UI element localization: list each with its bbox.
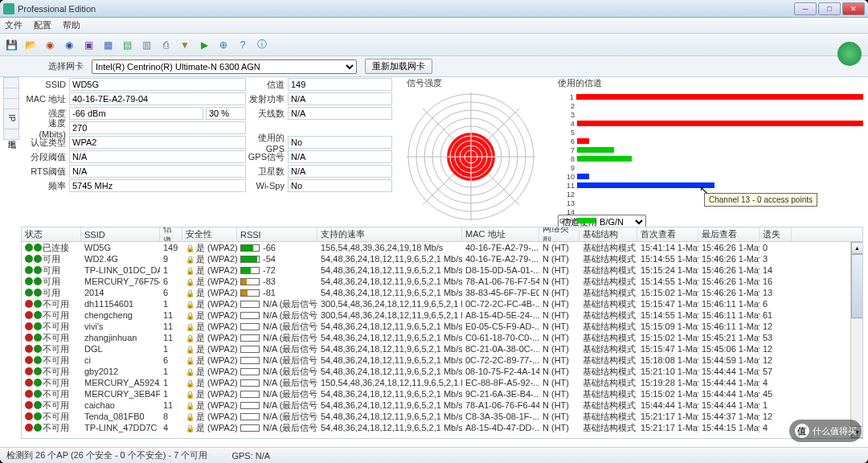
col-网络类型[interactable]: 网络类型	[539, 227, 579, 241]
info-label: 使用的GPS	[248, 132, 288, 154]
info-label: Wi-Spy	[248, 181, 288, 191]
scroll-thumb[interactable]	[851, 254, 863, 318]
info-value: No	[288, 136, 392, 149]
table-row[interactable]: 不可用Tenda_081FB08🔒是 (WPA2)N/A (最后信号 -86)5…	[22, 411, 862, 422]
menu-文件[interactable]: 文件	[5, 19, 23, 31]
globe-icon	[837, 42, 862, 66]
tab-图形[interactable]: 图形	[3, 98, 19, 109]
table-row[interactable]: 不可用vivi's11🔒是 (WPA2)N/A (最后信号 -82)54,48,…	[22, 321, 862, 332]
info-label: 天线数	[248, 108, 288, 120]
adapter-row: 选择网卡 Intel(R) Centrino(R) Ultimate-N 630…	[0, 56, 868, 77]
col-RSSI[interactable]: RSSI	[237, 227, 317, 241]
col-安全性[interactable]: 安全性	[182, 227, 237, 241]
col-状态[interactable]: 状态	[22, 227, 81, 241]
scrollbar[interactable]: ▲ ▼	[850, 242, 862, 438]
col-基础结构[interactable]: 基础结构	[579, 227, 637, 241]
table-row[interactable]: 不可用MERCURY_A5924A1🔒是 (WPA2)N/A (最后信号 -83…	[22, 377, 862, 388]
status-ap: 检测到 26 个AP (26 个安全 - 0 个不安全) - 7 个可用	[6, 449, 207, 461]
col-SSID[interactable]: SSID	[81, 227, 160, 241]
status-dot-icon	[25, 412, 33, 420]
table-row[interactable]: 不可用caichao11🔒是 (WPA2)N/A (最后信号 -84)54,48…	[22, 399, 862, 411]
table-row[interactable]: 不可用MERCURY_3EB4FA1🔒是 (WPA2)N/A (最后信号 -80…	[22, 388, 862, 399]
reload-button[interactable]: 重新加载网卡	[365, 59, 432, 74]
table-row[interactable]: 可用WD2.4G9🔒是 (WPA2)-5454,48,36,24,18,12,1…	[22, 253, 862, 264]
save-icon[interactable]: 💾	[3, 37, 19, 53]
table-row[interactable]: 不可用ci6🔒是 (WPA2)N/A (最后信号 -81)54,48,36,24…	[22, 354, 862, 366]
menu-配置[interactable]: 配置	[34, 19, 51, 31]
menu-帮助[interactable]: 帮助	[63, 19, 80, 31]
info-value: N/A	[69, 150, 246, 163]
radar1-icon[interactable]: ◉	[42, 37, 58, 53]
open-icon[interactable]: 📂	[23, 37, 39, 53]
status-dot-icon	[25, 277, 33, 285]
table-row[interactable]: 可用MERCURY_76F7546🔒是 (WPA2)-8354,48,36,24…	[22, 276, 862, 287]
export-icon[interactable]: ▥	[138, 37, 154, 53]
tab-数据[interactable]: 数据	[3, 77, 19, 88]
close-button[interactable]: ✕	[842, 2, 865, 15]
col-首次查看[interactable]: 首次查看	[637, 227, 698, 241]
tab-统计[interactable]: 统计	[3, 88, 19, 99]
maximize-button[interactable]: □	[818, 2, 841, 15]
status-dot-icon	[25, 334, 33, 342]
lock-icon: 🔒	[186, 391, 194, 399]
lock-icon: 🔒	[186, 379, 194, 387]
lock-icon: 🔒	[186, 312, 194, 320]
help-icon[interactable]: ?	[235, 37, 251, 53]
play-icon[interactable]: ▶	[196, 37, 212, 53]
col-遗失[interactable]: 遗失	[760, 227, 792, 241]
adapter-select[interactable]: Intel(R) Centrino(R) Ultimate-N 6300 AGN	[92, 59, 357, 74]
table-row[interactable]: 不可用dh111546011🔒是 (WPA2)N/A (最后信号 -83)300…	[22, 298, 862, 309]
radar-title: 信号强度	[407, 77, 543, 89]
channel-title: 使用的信道	[558, 77, 863, 89]
col-支持的速率[interactable]: 支持的速率	[317, 227, 462, 241]
table-row[interactable]: 不可用gby20121🔒是 (WPA2)N/A (最后信号 -80)54,48,…	[22, 366, 862, 377]
table-row[interactable]: 不可用DGL1🔒是 (WPA2)N/A (最后信号 -82)54,48,36,2…	[22, 343, 862, 354]
window-title: Professional Edition	[18, 4, 794, 14]
status-bar: 检测到 26 个AP (26 个安全 - 0 个不安全) - 7 个可用 GPS…	[0, 447, 868, 463]
info-label: 频率	[21, 180, 69, 192]
info-value: 149	[288, 78, 392, 91]
table-row[interactable]: 可用TP-LINK_01DC_DAB...1🔒是 (WPA2)-7254,48,…	[22, 264, 862, 276]
tab-IP 连接[interactable]: IP 连接	[3, 109, 19, 129]
status-dot-icon	[25, 255, 33, 263]
tab-地图[interactable]: 地图	[3, 129, 19, 140]
status-dot-icon	[25, 311, 33, 319]
col-最后查看[interactable]: 最后查看	[698, 227, 760, 241]
table-row[interactable]: 不可用chengcheng11🔒是 (WPA2)N/A (最后信号 -82)30…	[22, 309, 862, 321]
col-MAC 地址[interactable]: MAC 地址	[462, 227, 539, 241]
lock-icon: 🔒	[186, 267, 194, 275]
lock-icon: 🔒	[186, 357, 194, 365]
list-icon[interactable]: ▦	[100, 37, 116, 53]
minimize-button[interactable]: ─	[794, 2, 817, 15]
info-value: N/A	[288, 92, 392, 105]
info-value: 5745 MHz	[69, 179, 246, 192]
locate-icon[interactable]: ▣	[80, 37, 96, 53]
table-body: 已连接WD5G149🔒是 (WPA2)-66156,54,48,39,36,24…	[22, 242, 862, 438]
info-value: N/A	[69, 165, 246, 178]
table-row[interactable]: 不可用zhangjinhuan11🔒是 (WPA2)N/A (最后信号 -78)…	[22, 332, 862, 343]
table-row[interactable]: 不可用TP-LINK_47DD7C4🔒是 (WPA2)N/A (最后信号 -79…	[22, 422, 862, 433]
status-dot-icon	[25, 345, 33, 353]
info-value: 270	[69, 121, 246, 134]
table-row[interactable]: 已连接WD5G149🔒是 (WPA2)-66156,54,48,39,36,24…	[22, 242, 862, 253]
print-icon[interactable]: ⎙	[158, 37, 174, 53]
sort-icon[interactable]: ▤	[119, 37, 135, 53]
filter-icon[interactable]: ▼	[177, 37, 193, 53]
info-value: 40-16-7E-A2-79-04	[69, 92, 246, 105]
gps-icon[interactable]: ⊕	[215, 37, 231, 53]
radar2-icon[interactable]: ◉	[61, 37, 77, 53]
status-dot-icon	[25, 390, 33, 398]
info-label: 速度 (Mbits)	[21, 117, 69, 139]
info-icon[interactable]: ⓘ	[254, 37, 270, 53]
scroll-up-icon[interactable]: ▲	[851, 242, 863, 254]
col-信道[interactable]: 信道	[160, 227, 182, 241]
status-dot-icon	[25, 424, 33, 432]
status-dot-icon	[25, 379, 33, 387]
lock-icon: 🔒	[186, 402, 194, 410]
lock-icon: 🔒	[186, 424, 194, 432]
lock-icon: 🔒	[186, 289, 194, 297]
info-label: MAC 地址	[21, 93, 69, 105]
table-row[interactable]: 可用20146🔒是 (WPA2)-8154,48,36,24,18,12,11,…	[22, 287, 862, 298]
info-label: SSID	[21, 80, 69, 89]
status-dot-icon	[25, 401, 33, 409]
